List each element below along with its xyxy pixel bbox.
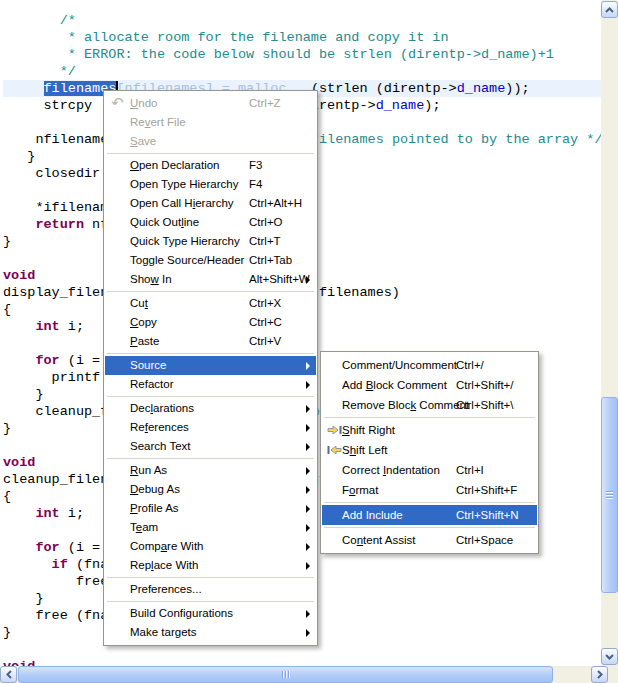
vertical-scrollbar-thumb[interactable] (601, 397, 618, 593)
menu-item-team[interactable]: Team (105, 518, 316, 537)
menu-item-label: Content Assist (342, 534, 416, 546)
menu-item-shortcut: Ctrl+O (249, 213, 283, 232)
code-text: d_name (376, 98, 425, 113)
menu-item-shortcut: Ctrl+Alt+H (249, 194, 302, 213)
menu-item-preferences[interactable]: Preferences... (105, 580, 316, 599)
undo-icon: ↶ (107, 94, 128, 113)
code-text: * ERROR: the code below should be strlen… (3, 47, 554, 62)
code-text: */ (3, 64, 76, 79)
menu-item-declarations[interactable]: Declarations (105, 399, 316, 418)
menu-item-search-text[interactable]: Search Text (105, 437, 316, 456)
code-text (3, 319, 35, 334)
code-text: if (52, 557, 68, 572)
code-text: { (3, 302, 11, 317)
menu-item-run-as[interactable]: Run As (105, 461, 316, 480)
code-text: } (3, 591, 44, 606)
menu-item-save: Save (105, 132, 316, 151)
code-text: return (35, 217, 84, 232)
code-text (3, 540, 35, 555)
code-text: i; (60, 319, 84, 334)
menu-item-shortcut: Ctrl+/ (456, 355, 484, 375)
menu-item-label: Quick Outline (130, 216, 199, 228)
menu-item-add-block-comment[interactable]: Add Block CommentCtrl+Shift+/ (322, 375, 537, 395)
menu-item-open-type-hierarchy[interactable]: Open Type HierarchyF4 (105, 175, 316, 194)
menu-item-remove-block-comment[interactable]: Remove Block CommentCtrl+Shift+\ (322, 395, 537, 415)
menu-item-copy[interactable]: CopyCtrl+C (105, 313, 316, 332)
menu-item-label: References (130, 421, 189, 433)
horizontal-scrollbar[interactable] (0, 666, 608, 683)
menu-item-show-in[interactable]: Show InAlt+Shift+W (105, 270, 316, 289)
menu-item-build-configurations[interactable]: Build Configurations (105, 604, 316, 623)
code-line: void (3, 658, 601, 666)
horizontal-scrollbar-thumb[interactable] (18, 666, 553, 683)
menu-item-undo: ↶UndoCtrl+Z (105, 94, 316, 113)
menu-item-correct-indentation[interactable]: Correct IndentationCtrl+I (322, 460, 537, 480)
menu-item-label: Open Call Hierarchy (130, 197, 234, 209)
menu-item-quick-outline[interactable]: Quick OutlineCtrl+O (105, 213, 316, 232)
scroll-right-icon (597, 670, 603, 679)
menu-item-label: Build Configurations (130, 607, 233, 619)
menu-item-replace-with[interactable]: Replace With (105, 556, 316, 575)
submenu-arrow-icon (306, 505, 310, 513)
menu-item-shortcut: Alt+Shift+W (249, 270, 310, 289)
menu-item-add-include[interactable]: Add IncludeCtrl+Shift+N (322, 505, 537, 525)
code-line: /* (3, 12, 601, 29)
menu-item-quick-type-hierarchy[interactable]: Quick Type HierarchyCtrl+T (105, 232, 316, 251)
menu-item-label: Profile As (130, 502, 179, 514)
code-line: * allocate room for the filename and cop… (3, 29, 601, 46)
menu-item-refactor[interactable]: Refactor (105, 375, 316, 394)
code-text: void (3, 268, 35, 283)
menu-item-label: Make targets (130, 626, 196, 638)
menu-item-shortcut: Ctrl+Z (249, 94, 281, 113)
menu-item-revert-file: Revert File (105, 113, 316, 132)
submenu-arrow-icon (306, 486, 310, 494)
menu-item-toggle-source-header[interactable]: Toggle Source/HeaderCtrl+Tab (105, 251, 316, 270)
menu-item-source[interactable]: Source (105, 356, 316, 375)
menu-item-format[interactable]: FormatCtrl+Shift+F (322, 480, 537, 500)
vertical-scrollbar[interactable] (601, 0, 618, 666)
menu-item-label: Save (130, 135, 156, 147)
scroll-up-button[interactable] (601, 1, 618, 18)
scroll-left-icon (6, 670, 12, 679)
menu-item-comment-uncomment[interactable]: Comment/UncommentCtrl+/ (322, 355, 537, 375)
scroll-left-button[interactable] (0, 666, 17, 683)
menu-item-label: Declarations (130, 402, 194, 414)
code-text (3, 217, 35, 232)
menu-item-label: Refactor (130, 378, 173, 390)
menu-item-shift-left[interactable]: Shift Left (322, 440, 537, 460)
scroll-up-icon (605, 7, 614, 13)
menu-item-label: Show In (130, 273, 172, 285)
submenu-arrow-icon (306, 610, 310, 618)
menu-item-label: Compare With (130, 540, 204, 552)
menu-item-label: Copy (130, 316, 157, 328)
scroll-down-button[interactable] (601, 648, 618, 665)
menu-item-profile-as[interactable]: Profile As (105, 499, 316, 518)
code-text: for (35, 540, 59, 555)
menu-item-shortcut: Ctrl+Space (456, 530, 513, 550)
menu-item-label: Undo (130, 97, 158, 109)
menu-item-content-assist[interactable]: Content AssistCtrl+Space (322, 530, 537, 550)
menu-item-shortcut: Ctrl+Tab (249, 251, 292, 270)
menu-item-compare-with[interactable]: Compare With (105, 537, 316, 556)
menu-item-label: Format (342, 484, 378, 496)
menu-item-make-targets[interactable]: Make targets (105, 623, 316, 642)
code-text: )); (505, 81, 529, 96)
menu-item-open-call-hierarchy[interactable]: Open Call HierarchyCtrl+Alt+H (105, 194, 316, 213)
menu-item-label: Open Declaration (130, 159, 220, 171)
menu-item-open-declaration[interactable]: Open DeclarationF3 (105, 156, 316, 175)
menu-item-label: Team (130, 521, 158, 533)
menu-item-cut[interactable]: CutCtrl+X (105, 294, 316, 313)
menu-item-references[interactable]: References (105, 418, 316, 437)
menu-item-paste[interactable]: PasteCtrl+V (105, 332, 316, 351)
submenu-arrow-icon (306, 362, 310, 370)
menu-item-label: Cut (130, 297, 148, 309)
menu-item-shift-right[interactable]: Shift Right (322, 420, 537, 440)
menu-item-label: Toggle Source/Header (130, 254, 244, 266)
menu-item-label: Replace With (130, 559, 198, 571)
code-text: d_name (457, 81, 506, 96)
scroll-right-button[interactable] (591, 666, 608, 683)
menu-item-label: Open Type Hierarchy (130, 178, 238, 190)
submenu-arrow-icon (306, 543, 310, 551)
menu-item-label: Add Include (342, 509, 403, 521)
menu-item-debug-as[interactable]: Debug As (105, 480, 316, 499)
